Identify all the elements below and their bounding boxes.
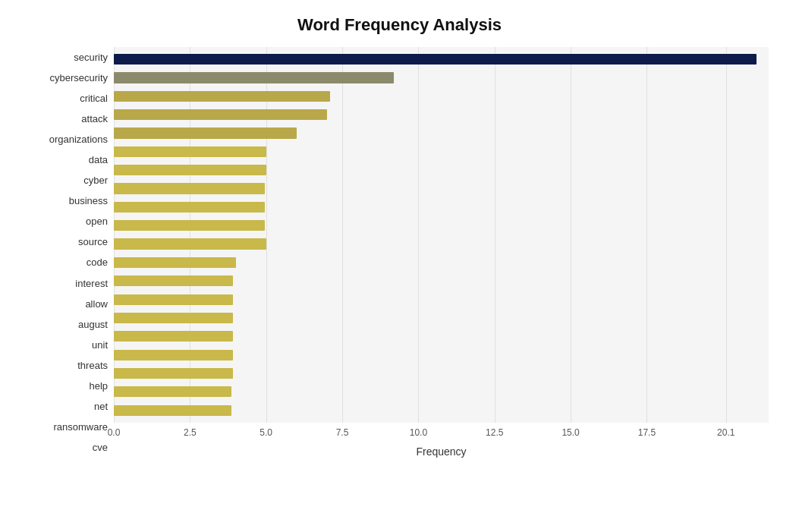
y-axis-label: ransomware [53,422,108,432]
bar [114,386,231,397]
y-axis-label: source [78,237,108,247]
bar [114,275,233,286]
bar [114,331,233,342]
bar-row [114,179,769,197]
bar-row [114,161,769,179]
bar-row [114,124,769,142]
y-axis-label: cybersecurity [49,73,108,83]
bar [114,368,233,379]
bar-row [114,216,769,235]
bar-row [114,272,769,290]
y-axis-label: attack [81,114,108,124]
y-axis-label: cyber [83,175,108,185]
y-axis-label: allow [85,299,108,309]
bar-row [114,68,769,87]
y-axis-label: threats [77,360,108,370]
y-axis-label: help [89,381,108,391]
x-tick-label: 5.0 [260,427,272,438]
bar [114,54,757,65]
x-axis: 0.02.55.07.510.012.515.017.520.1 Frequen… [114,424,769,458]
bar [114,109,327,120]
bar-row [114,309,769,327]
y-axis-label: organizations [49,134,108,144]
bar [114,202,265,212]
chart-container: Word Frequency Analysis securitycybersec… [0,0,799,532]
bar [114,183,265,194]
bar-row [114,327,769,345]
bar [114,165,266,175]
x-tick-label: 15.0 [562,427,579,438]
bars-and-x: 0.02.55.07.510.012.515.017.520.1 Frequen… [114,47,769,458]
bar [114,350,233,360]
y-axis-label: net [94,401,108,411]
bar-row [114,401,769,420]
bar-row [114,382,769,401]
bar [114,72,394,83]
bar [114,238,266,249]
x-axis-label: Frequency [114,445,769,458]
bar [114,220,265,231]
bar [114,127,297,138]
x-tick-label: 10.0 [410,427,427,438]
bar-row [114,143,769,161]
y-axis-label: cve [93,442,108,452]
bar [114,257,236,268]
bar-row [114,105,769,124]
y-axis-label: business [69,196,108,206]
y-axis-label: unit [92,340,108,350]
bar [114,146,266,157]
x-tick-label: 17.5 [638,427,656,438]
chart-title: Word Frequency Analysis [30,15,769,35]
y-axis-label: august [78,320,108,329]
y-axis-label: open [86,216,108,226]
bar-row [114,364,769,382]
y-axis-label: interest [75,279,108,288]
y-axis-label: critical [80,93,108,103]
y-axis: securitycybersecuritycriticalattackorgan… [30,47,114,458]
bar [114,313,233,323]
bar [114,91,330,102]
bars-area [114,47,769,423]
y-axis-label: security [74,52,108,62]
bars-wrapper [114,47,769,423]
x-tick-label: 0.0 [108,427,121,438]
bar-row [114,346,769,364]
bar [114,294,233,305]
bar-row [114,290,769,308]
x-tick-label: 20.1 [717,427,735,438]
bar-row [114,87,769,105]
x-tick-label: 7.5 [336,427,349,438]
y-axis-label: code [87,257,108,267]
bar-row [114,253,769,272]
chart-area: securitycybersecuritycriticalattackorgan… [30,47,769,458]
bar [114,405,231,416]
bar-row [114,198,769,216]
y-axis-label: data [89,155,108,165]
bar-row [114,50,769,68]
x-tick-label: 12.5 [486,427,503,438]
x-tick-label: 2.5 [184,427,197,438]
bar-row [114,235,769,253]
